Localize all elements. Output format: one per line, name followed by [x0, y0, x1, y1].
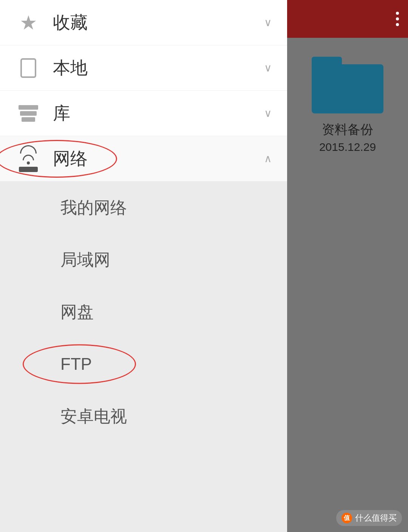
right-panel: 资料备份 2015.12.29 值 什么值得买: [287, 0, 408, 532]
sidebar: 收藏 ∨ 本地 ∨ 库 ∨: [0, 0, 287, 532]
folder-name: 资料备份: [322, 121, 373, 138]
dot1: [396, 12, 399, 15]
library-chevron: ∨: [264, 107, 272, 119]
sidebar-item-local[interactable]: 本地 ∨: [0, 45, 287, 91]
router-icon: [15, 145, 42, 172]
folder-body: [312, 64, 383, 113]
more-menu-button[interactable]: [396, 12, 399, 26]
dot3: [396, 23, 399, 26]
my-network-label: 我的网络: [60, 197, 127, 219]
local-label: 本地: [53, 56, 264, 80]
favorites-chevron: ∨: [264, 16, 272, 29]
library-label: 库: [53, 102, 264, 125]
network-sub-items: 我的网络 局域网 网盘 FTP 安卓电视: [0, 181, 287, 532]
dot2: [396, 17, 399, 20]
watermark-icon: 值: [342, 513, 352, 523]
cloud-label: 网盘: [60, 301, 94, 323]
sub-item-ftp[interactable]: FTP: [0, 338, 287, 390]
local-chevron: ∨: [264, 62, 272, 74]
sub-item-lan[interactable]: 局域网: [0, 234, 287, 286]
phone-icon: [15, 58, 42, 78]
sub-item-android-tv[interactable]: 安卓电视: [0, 390, 287, 442]
ftp-label: FTP: [60, 355, 92, 374]
sub-item-my-network[interactable]: 我的网络: [0, 181, 287, 234]
watermark: 值 什么值得买: [336, 510, 402, 526]
sub-item-cloud[interactable]: 网盘: [0, 286, 287, 338]
folder-date: 2015.12.29: [319, 141, 376, 154]
sidebar-item-library[interactable]: 库 ∨: [0, 91, 287, 136]
right-top-bar: [287, 0, 408, 38]
network-label: 网络: [53, 147, 264, 171]
sidebar-item-network[interactable]: 网络 ∧: [0, 136, 287, 181]
star-icon: [15, 11, 42, 34]
network-chevron: ∧: [264, 152, 272, 165]
android-tv-label: 安卓电视: [60, 405, 127, 428]
lan-label: 局域网: [60, 249, 110, 271]
watermark-text: 什么值得买: [355, 512, 397, 524]
right-content: 资料备份 2015.12.29: [287, 38, 408, 532]
sidebar-item-favorites[interactable]: 收藏 ∨: [0, 0, 287, 45]
folder-icon: [312, 57, 383, 113]
layers-icon: [15, 105, 42, 122]
favorites-label: 收藏: [53, 11, 264, 34]
